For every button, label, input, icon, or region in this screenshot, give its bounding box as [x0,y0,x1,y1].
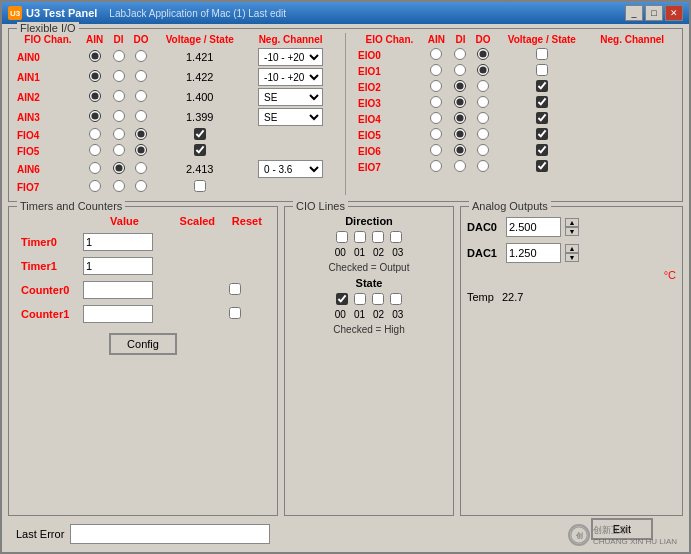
maximize-button[interactable]: □ [645,5,663,21]
table-row: Counter0 [17,279,269,301]
eio4-state-check[interactable] [536,112,548,124]
eio5-state-check[interactable] [536,128,548,140]
fio-ain6-di-radio[interactable] [113,162,125,174]
fio-ain3-neg-select[interactable]: SE -10 - +20 0 - 3.6 [258,108,323,126]
table-row: AIN6 2.413 0 - 3.6 SE -10 - +20 [15,159,335,179]
analog-outputs-label: Analog Outputs [469,200,551,212]
eio6-ain-radio[interactable] [430,144,442,156]
eio6-state-check[interactable] [536,144,548,156]
eio1-ain-radio[interactable] [430,64,442,76]
fio-fio4-di-radio[interactable] [113,128,125,140]
config-button[interactable]: Config [109,333,177,355]
last-error-input[interactable] [70,524,270,544]
eio2-ain-radio[interactable] [430,80,442,92]
minimize-button[interactable]: _ [625,5,643,21]
cio-dir-00-check[interactable] [336,231,348,243]
eio1-state [495,63,588,79]
eio5-ain-radio[interactable] [430,128,442,140]
fio-fio5-di-radio[interactable] [113,144,125,156]
fio-ain1-di-radio[interactable] [113,70,125,82]
fio-ain3-di-radio[interactable] [113,110,125,122]
eio7-ain-radio[interactable] [430,160,442,172]
eio2-do-radio[interactable] [477,80,489,92]
fio-fio7-do-radio[interactable] [135,180,147,192]
dac0-down-button[interactable]: ▼ [565,227,579,236]
fio-ain0-di-radio[interactable] [113,50,125,62]
cio-dir-03-check[interactable] [390,231,402,243]
fio-fio5-state-check[interactable] [194,144,206,156]
eio4-di-radio[interactable] [454,112,466,124]
fio-ain0-do-radio[interactable] [135,50,147,62]
counter1-value-input[interactable] [83,305,153,323]
fio-ain0-neg-select[interactable]: -10 - +20 SE 0 - 3.6 [258,48,323,66]
fio-ain2-do-radio[interactable] [135,90,147,102]
cio-state-01-check[interactable] [354,293,366,305]
fio-ain0-ain-radio[interactable] [89,50,101,62]
timer0-value-input[interactable] [83,233,153,251]
eio4-do-radio[interactable] [477,112,489,124]
fio-ain6-ain-radio[interactable] [89,162,101,174]
eio6-do [471,143,496,159]
eio7-state-check[interactable] [536,160,548,172]
eio3-state-check[interactable] [536,96,548,108]
eio5-di-radio[interactable] [454,128,466,140]
fio-fio5-ain-radio[interactable] [89,144,101,156]
eio6-do-radio[interactable] [477,144,489,156]
counter0-value-input[interactable] [83,281,153,299]
fio-ain1-ain-radio[interactable] [89,70,101,82]
fio-ain2-neg-select[interactable]: SE -10 - +20 0 - 3.6 [258,88,323,106]
temp-row: Temp 22.7 [467,291,676,303]
timer1-value-input[interactable] [83,257,153,275]
fio-ain1-do-radio[interactable] [135,70,147,82]
eio1-di-radio[interactable] [454,64,466,76]
fio-fio7-ain-radio[interactable] [89,180,101,192]
dac0-up-button[interactable]: ▲ [565,218,579,227]
eio2-di-radio[interactable] [454,80,466,92]
eio7-di-radio[interactable] [454,160,466,172]
eio2-state-check[interactable] [536,80,548,92]
timer1-reset-cell [225,255,269,277]
eio7-do-radio[interactable] [477,160,489,172]
dac1-value-input[interactable] [506,243,561,263]
fio-fio4-ain-radio[interactable] [89,128,101,140]
temp-label: Temp [467,291,494,303]
eio0-ain-radio[interactable] [430,48,442,60]
eio5-do-radio[interactable] [477,128,489,140]
fio-fio7-state-check[interactable] [194,180,206,192]
cio-state-02-check[interactable] [372,293,384,305]
eio0-state-check[interactable] [536,48,548,60]
fio-fio4-do-radio[interactable] [135,128,147,140]
fio-ain2-ain-radio[interactable] [89,90,101,102]
fio-ain1-neg-select[interactable]: -10 - +20 SE 0 - 3.6 [258,68,323,86]
fio-ain6-neg-select[interactable]: 0 - 3.6 SE -10 - +20 [258,160,323,178]
eio4-ain-radio[interactable] [430,112,442,124]
cio-state-03-check[interactable] [390,293,402,305]
eio7-do [471,159,496,175]
close-button[interactable]: ✕ [665,5,683,21]
fio-ain6-do-radio[interactable] [135,162,147,174]
fio-fio7-di-radio[interactable] [113,180,125,192]
fio-fio5-do-radio[interactable] [135,144,147,156]
eio1-do-radio[interactable] [477,64,489,76]
counter1-reset-check[interactable] [229,307,241,319]
cio-dir-02-check[interactable] [372,231,384,243]
fio-ain3-ain-radio[interactable] [89,110,101,122]
fio-fio4-state-check[interactable] [194,128,206,140]
cio-dir-01-check[interactable] [354,231,366,243]
eio3-di-radio[interactable] [454,96,466,108]
counter0-reset-check[interactable] [229,283,241,295]
eio0-di-radio[interactable] [454,48,466,60]
fio-ain3-do-radio[interactable] [135,110,147,122]
eio0-do-radio[interactable] [477,48,489,60]
eio1-neg [588,63,676,79]
dac0-value-input[interactable] [506,217,561,237]
fio-ain2-di-radio[interactable] [113,90,125,102]
eio1-do [471,63,496,79]
eio6-di-radio[interactable] [454,144,466,156]
dac1-up-button[interactable]: ▲ [565,244,579,253]
eio3-do-radio[interactable] [477,96,489,108]
dac1-down-button[interactable]: ▼ [565,253,579,262]
eio3-ain-radio[interactable] [430,96,442,108]
eio1-state-check[interactable] [536,64,548,76]
cio-state-00-check[interactable] [336,293,348,305]
